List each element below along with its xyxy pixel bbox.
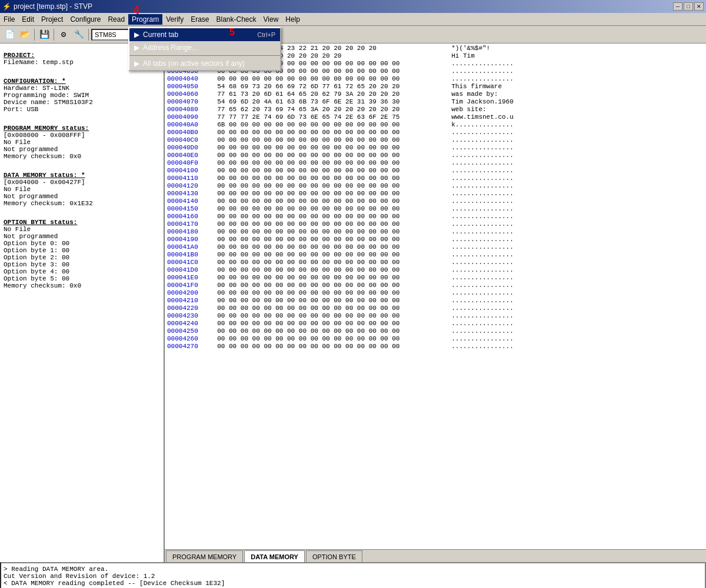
- hex-addr: 00004270: [167, 343, 209, 350]
- close-button[interactable]: ✕: [694, 2, 704, 11]
- prog-mem-title: PROGRAM MEMORY status:: [4, 125, 160, 132]
- hex-ascii: ................: [451, 182, 514, 190]
- hex-bytes: 00 00 00 00 00 00 00 00 00 00 00 00 00 0…: [217, 213, 447, 220]
- hex-addr: 00004170: [167, 220, 209, 228]
- hex-ascii: ................: [451, 136, 514, 144]
- hex-row: 00004130 00 00 00 00 00 00 00 00 00 00 0…: [167, 190, 704, 198]
- device-button[interactable]: 🔧: [72, 28, 86, 42]
- hex-addr: 00004110: [167, 175, 209, 182]
- maximize-button[interactable]: □: [684, 2, 693, 11]
- minimize-button[interactable]: ─: [673, 2, 682, 11]
- hex-addr: 000040C0: [167, 136, 209, 144]
- settings-button[interactable]: ⚙: [56, 28, 71, 42]
- hex-addr: 00004200: [167, 289, 209, 297]
- hex-row: 00004050 54 68 69 73 20 66 69 72 6D 77 6…: [167, 83, 704, 91]
- hex-addr: 000040B0: [167, 129, 209, 136]
- log-area: > Reading DATA MEMORY area. Cut Version …: [0, 562, 706, 588]
- dropdown-all-tabs[interactable]: ▶ All tabs (on active sectors if any): [129, 57, 280, 70]
- data-mem-title: DATA MEMORY status: *: [4, 172, 160, 179]
- menu-file[interactable]: File: [0, 14, 18, 25]
- menu-help[interactable]: Help: [282, 14, 304, 25]
- hex-addr: 00004160: [167, 213, 209, 220]
- hex-ascii: ................: [451, 198, 514, 205]
- hex-row: 00004100 00 00 00 00 00 00 00 00 00 00 0…: [167, 167, 704, 175]
- menu-blank-check[interactable]: Blank-Check: [213, 14, 260, 25]
- hex-row: 000040E0 00 00 00 00 00 00 00 00 00 00 0…: [167, 152, 704, 159]
- hex-bytes: 00 00 00 00 00 00 00 00 00 00 00 00 00 0…: [217, 198, 447, 205]
- hex-bytes: 77 65 62 20 73 69 74 65 3A 20 20 20 20 2…: [217, 106, 447, 113]
- hex-bytes: 00 00 00 00 00 00 00 00 00 00 00 00 00 0…: [217, 335, 447, 343]
- opt-byte-5: Option byte 5: 00: [4, 275, 160, 282]
- hex-ascii: ................: [451, 205, 514, 213]
- hex-addr: 00004210: [167, 297, 209, 305]
- hex-ascii: ................: [451, 167, 514, 175]
- hex-view[interactable]: 00004000 2A 28 27 26 25 24 23 22 21 20 2…: [165, 44, 706, 549]
- menu-view[interactable]: View: [260, 14, 282, 25]
- hex-addr: 000041A0: [167, 243, 209, 251]
- hex-addr: 00004120: [167, 182, 209, 190]
- hex-bytes: 00 00 00 00 00 00 00 00 00 00 00 00 00 0…: [217, 297, 447, 305]
- hex-addr: 00004090: [167, 113, 209, 121]
- tab-option-byte[interactable]: OPTION BYTE: [306, 550, 362, 562]
- hex-ascii: ................: [451, 60, 514, 68]
- hardware: Hardware: ST-LINK: [4, 85, 160, 92]
- dropdown-address-range[interactable]: ▶ Address Range...: [129, 41, 280, 54]
- hex-row: 00004260 00 00 00 00 00 00 00 00 00 00 0…: [167, 335, 704, 343]
- menu-project[interactable]: Project: [38, 14, 66, 25]
- address-range-label: Address Range...: [143, 44, 198, 52]
- all-tabs-icon: ▶: [134, 59, 139, 68]
- menu-edit[interactable]: Edit: [18, 14, 38, 25]
- hex-bytes: 00 00 00 00 00 00 00 00 00 00 00 00 00 0…: [217, 312, 447, 320]
- hex-ascii: ................: [451, 305, 514, 312]
- hex-bytes: 00 00 00 00 00 00 00 00 00 00 00 00 00 0…: [217, 136, 447, 144]
- hex-ascii: ................: [451, 259, 514, 266]
- hex-bytes: 00 00 00 00 00 00 00 00 00 00 00 00 00 0…: [217, 129, 447, 136]
- hex-ascii: ................: [451, 159, 514, 167]
- hex-bytes: 00 00 00 00 00 00 00 00 00 00 00 00 00 0…: [217, 251, 447, 259]
- hex-bytes: 00 00 00 00 00 00 00 00 00 00 00 00 00 0…: [217, 205, 447, 213]
- hex-addr: 000041E0: [167, 274, 209, 282]
- badge-4: 4: [133, 4, 139, 17]
- app-icon: ⚡: [2, 2, 11, 11]
- open-button[interactable]: 📂: [18, 28, 32, 42]
- hex-addr: 000041C0: [167, 259, 209, 266]
- hex-ascii: ................: [451, 175, 514, 182]
- hex-ascii: ................: [451, 236, 514, 243]
- log-line-2: < DATA MEMORY reading completed -- [Devi…: [4, 580, 702, 587]
- menu-erase[interactable]: Erase: [187, 14, 212, 25]
- badge-5: 5: [229, 27, 235, 38]
- menu-verify[interactable]: Verify: [162, 14, 187, 25]
- hex-bytes: 77 61 73 20 6D 61 64 65 20 62 79 3A 20 2…: [217, 91, 447, 98]
- tab-data-memory[interactable]: DATA MEMORY: [244, 550, 305, 562]
- titlebar: ⚡ project [temp.stp] - STVP ─ □ ✕: [0, 0, 706, 13]
- hex-row: 00004040 00 00 00 00 00 00 00 00 00 00 0…: [167, 75, 704, 83]
- hex-addr: 000040D0: [167, 144, 209, 152]
- prog-checksum: Memory checksum: 0x0: [4, 153, 160, 160]
- log-line-0: > Reading DATA MEMORY area.: [4, 566, 702, 573]
- toolbar-sep-2: [54, 29, 54, 41]
- new-button[interactable]: 📄: [2, 28, 16, 42]
- menu-configure[interactable]: Configure: [66, 14, 104, 25]
- save-button[interactable]: 💾: [37, 28, 51, 42]
- hex-addr: 000041F0: [167, 282, 209, 289]
- hex-row: 00004270 00 00 00 00 00 00 00 00 00 00 0…: [167, 343, 704, 350]
- hex-row: 00004140 00 00 00 00 00 00 00 00 00 00 0…: [167, 198, 704, 205]
- window-title: project [temp.stp] - STVP: [14, 2, 92, 11]
- data-checksum: Memory checksum: 0x1E32: [4, 200, 160, 207]
- tab-program-memory[interactable]: PROGRAM MEMORY: [166, 550, 243, 562]
- hex-row: 000040D0 00 00 00 00 00 00 00 00 00 00 0…: [167, 144, 704, 152]
- hex-bytes: 00 00 00 00 00 00 00 00 00 00 00 00 00 0…: [217, 75, 447, 83]
- tabs-bar: PROGRAM MEMORY DATA MEMORY OPTION BYTE: [165, 549, 706, 562]
- dropdown-addr-left: ▶ Address Range...: [134, 44, 198, 52]
- current-tab-label: Current tab: [143, 31, 178, 39]
- data-not-programmed: Not programmed: [4, 193, 160, 200]
- hex-row: 00004090 77 77 77 2E 74 69 6D 73 6E 65 7…: [167, 113, 704, 121]
- hex-ascii: ................: [451, 335, 514, 343]
- hex-bytes: 6B 00 00 00 00 00 00 00 00 00 00 00 00 0…: [217, 121, 447, 129]
- address-icon: ▶: [134, 44, 139, 52]
- menu-read[interactable]: Read: [104, 14, 128, 25]
- hex-addr: 000040E0: [167, 152, 209, 159]
- hex-addr: 00004150: [167, 205, 209, 213]
- menu-program[interactable]: Program 4 ▶ Current tab Ctrl+P ▶ Address…: [128, 14, 162, 25]
- dropdown-current-tab[interactable]: ▶ Current tab Ctrl+P: [129, 28, 280, 41]
